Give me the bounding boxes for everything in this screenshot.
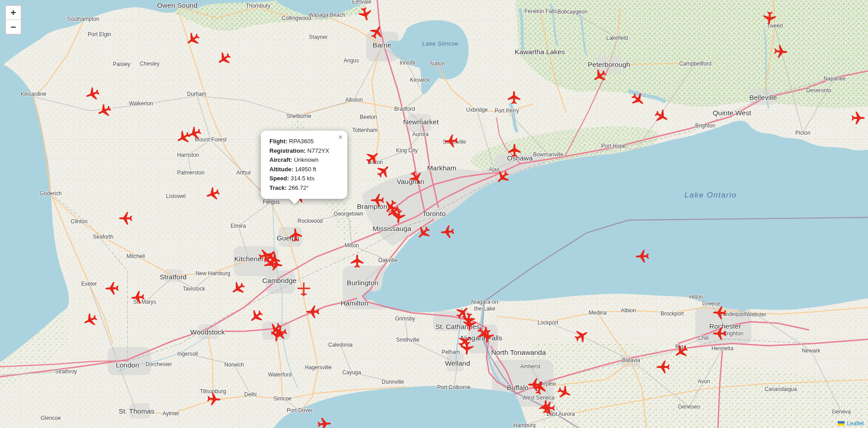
aircraft-marker[interactable] bbox=[635, 249, 650, 264]
aircraft-marker[interactable] bbox=[462, 316, 477, 332]
aircraft-marker[interactable] bbox=[268, 257, 283, 272]
aircraft-marker[interactable] bbox=[118, 211, 133, 226]
aircraft-marker[interactable] bbox=[349, 254, 365, 269]
aircraft-marker[interactable] bbox=[408, 170, 424, 185]
aircraft-marker[interactable] bbox=[850, 110, 866, 126]
aircraft-marker[interactable] bbox=[288, 227, 303, 243]
popup-field: Speed: 314.5 kts bbox=[269, 174, 338, 183]
aircraft-marker[interactable] bbox=[440, 224, 455, 240]
aircraft-marker[interactable] bbox=[656, 359, 671, 375]
popup-field: Track: 266.72° bbox=[269, 183, 338, 193]
aircraft-marker[interactable] bbox=[541, 400, 556, 416]
aircraft-marker[interactable] bbox=[305, 304, 321, 320]
aircraft-marker[interactable] bbox=[762, 10, 777, 26]
popup-close-button[interactable]: × bbox=[337, 132, 344, 142]
attribution-bar: Leaflet bbox=[836, 420, 866, 427]
aircraft-marker[interactable] bbox=[459, 340, 475, 356]
small-aircraft-marker[interactable] bbox=[296, 282, 311, 297]
zoom-out-button[interactable]: − bbox=[6, 20, 21, 34]
aircraft-marker[interactable] bbox=[495, 169, 510, 185]
aircraft-marker[interactable] bbox=[592, 68, 608, 84]
aircraft-marker[interactable] bbox=[712, 305, 727, 320]
aircraft-marker[interactable] bbox=[185, 32, 201, 47]
aircraft-marker[interactable] bbox=[506, 90, 522, 105]
aircraft-marker[interactable] bbox=[773, 44, 788, 59]
zoom-in-button[interactable]: + bbox=[6, 6, 21, 20]
aircraft-marker[interactable] bbox=[104, 281, 120, 296]
aircraft-marker[interactable] bbox=[376, 164, 391, 179]
aircraft-marker[interactable] bbox=[443, 133, 459, 149]
aircraft-marker[interactable] bbox=[85, 86, 100, 102]
leaflet-attribution-link[interactable]: Leaflet bbox=[847, 420, 864, 427]
zoom-control: + − bbox=[5, 5, 22, 35]
popup-field: Registration: N772YX bbox=[269, 146, 338, 156]
aircraft-marker[interactable] bbox=[231, 281, 246, 296]
aircraft-marker[interactable] bbox=[358, 6, 373, 22]
popup-field: Altitude: 14950 ft bbox=[269, 165, 338, 174]
aircraft-marker[interactable] bbox=[269, 327, 285, 343]
aircraft-marker[interactable] bbox=[654, 108, 669, 124]
aircraft-marker[interactable] bbox=[416, 225, 431, 240]
aircraft-marker[interactable] bbox=[83, 312, 98, 328]
aircraft-marker[interactable] bbox=[391, 209, 406, 224]
popup-field: Aircraft: Unknown bbox=[269, 155, 338, 165]
aircraft-marker[interactable] bbox=[674, 344, 689, 359]
aircraft-marker[interactable] bbox=[97, 103, 112, 118]
aircraft-marker[interactable] bbox=[187, 126, 202, 141]
aircraft-marker[interactable] bbox=[365, 150, 380, 165]
aircraft-marker[interactable] bbox=[630, 92, 646, 107]
flight-popup-details: Flight: RPA3605Registration: N772YXAircr… bbox=[269, 137, 338, 193]
aircraft-marker[interactable] bbox=[557, 385, 572, 400]
aircraft-marker[interactable] bbox=[130, 290, 146, 305]
flight-map[interactable]: Owen SoundBarrieKawartha LakesPeterborou… bbox=[0, 0, 868, 428]
aircraft-marker[interactable] bbox=[532, 380, 547, 395]
aircraft-marker[interactable] bbox=[574, 328, 589, 343]
aircraft-marker[interactable] bbox=[217, 51, 232, 66]
popup-field: Flight: RPA3605 bbox=[269, 137, 338, 146]
aircraft-marker[interactable] bbox=[507, 143, 522, 158]
flight-popup: × Flight: RPA3605Registration: N772YXAir… bbox=[261, 131, 347, 199]
aircraft-marker[interactable] bbox=[712, 326, 727, 341]
aircraft-marker[interactable] bbox=[205, 186, 221, 202]
aircraft-marker[interactable] bbox=[316, 416, 332, 428]
aircraft-marker[interactable] bbox=[480, 329, 495, 344]
aircraft-marker[interactable] bbox=[206, 391, 222, 407]
aircraft-marker[interactable] bbox=[369, 24, 384, 40]
ukraine-flag-icon bbox=[838, 421, 844, 426]
aircraft-marker[interactable] bbox=[249, 309, 264, 324]
